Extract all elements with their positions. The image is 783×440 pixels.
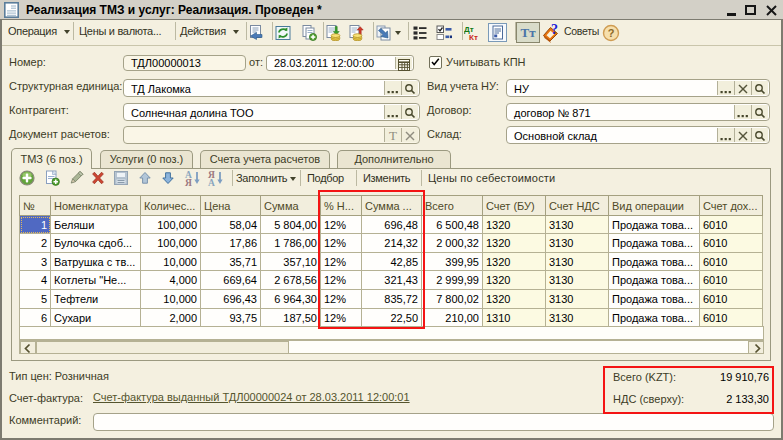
svg-text:Я: Я — [185, 178, 192, 187]
svg-text:Кт: Кт — [469, 33, 478, 41]
svg-text:?: ? — [608, 27, 615, 39]
svg-text:А: А — [208, 178, 215, 187]
svg-text:?: ? — [551, 23, 558, 37]
